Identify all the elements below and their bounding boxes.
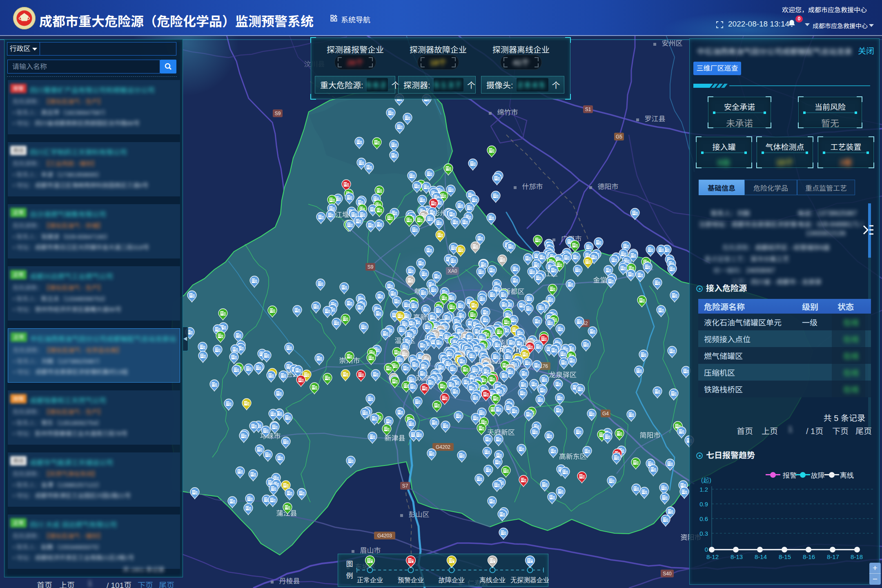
- svg-text:S1: S1: [585, 107, 591, 112]
- svg-text:8-15: 8-15: [779, 553, 791, 560]
- svg-text:8-13: 8-13: [731, 553, 743, 560]
- svg-text:1.2: 1.2: [699, 486, 708, 493]
- svg-text:0.3: 0.3: [699, 530, 708, 537]
- svg-text:S40: S40: [663, 571, 672, 577]
- svg-text:0.9: 0.9: [699, 501, 708, 508]
- svg-text:8-16: 8-16: [803, 553, 815, 560]
- svg-text:无探测器企业: 无探测器企业: [510, 577, 549, 584]
- svg-text:8-17: 8-17: [827, 553, 839, 560]
- svg-text:G4203: G4203: [377, 533, 392, 539]
- svg-text:离线企业: 离线企业: [479, 577, 506, 584]
- svg-text:简阳市: 简阳市: [640, 432, 661, 439]
- svg-text:新津县: 新津县: [385, 434, 405, 442]
- svg-text:G4: G4: [602, 411, 609, 416]
- svg-text:8-12: 8-12: [706, 553, 719, 560]
- svg-text:S9: S9: [275, 111, 281, 116]
- svg-text:0: 0: [705, 546, 708, 553]
- svg-text:S9: S9: [368, 264, 374, 270]
- svg-text:罗江县: 罗江县: [645, 115, 666, 123]
- svg-text:预警企业: 预警企业: [398, 577, 424, 584]
- svg-text:丹棱县: 丹棱县: [279, 577, 300, 585]
- svg-text:什邡市: 什邡市: [522, 183, 543, 191]
- svg-text:故障: 故障: [811, 472, 825, 479]
- svg-text:XA0: XA0: [448, 268, 457, 274]
- svg-text:报警: 报警: [782, 472, 797, 479]
- svg-text:故障企业: 故障企业: [439, 576, 465, 584]
- svg-text:彭山区: 彭山区: [409, 511, 430, 519]
- svg-text:德阳市: 德阳市: [598, 183, 619, 191]
- svg-text:S7: S7: [402, 483, 408, 489]
- svg-text:高新东区: 高新东区: [559, 453, 587, 461]
- svg-text:G4202: G4202: [436, 444, 450, 450]
- svg-text:龙泉驿区: 龙泉驿区: [549, 371, 577, 379]
- svg-text:绵竹市: 绵竹市: [497, 109, 518, 116]
- svg-text:正常企业: 正常企业: [357, 577, 383, 584]
- svg-text:离线: 离线: [840, 472, 854, 479]
- svg-text:0.6: 0.6: [699, 515, 708, 522]
- svg-text:8-18: 8-18: [851, 553, 863, 560]
- svg-text:(起): (起): [701, 477, 711, 483]
- svg-text:G5: G5: [616, 134, 622, 140]
- svg-text:8-14: 8-14: [755, 553, 767, 560]
